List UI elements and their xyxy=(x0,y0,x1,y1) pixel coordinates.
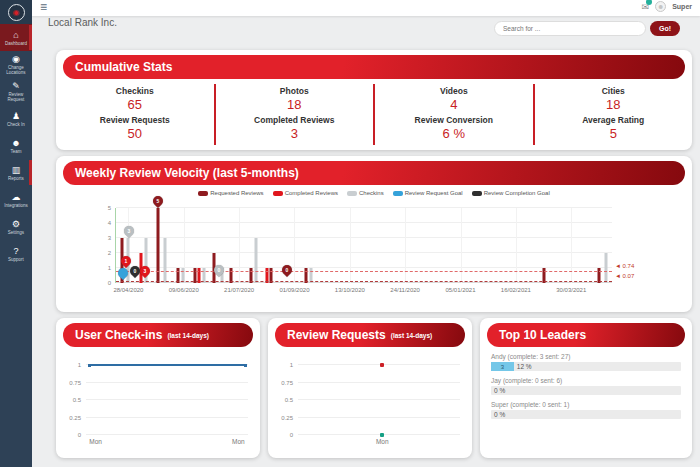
mail-icon[interactable]: ✉ xyxy=(642,2,650,12)
stats-column: Cities18Average Rating5 xyxy=(533,84,693,145)
leader-percent-label: 0 % xyxy=(494,387,505,394)
marker-label: 0 xyxy=(214,265,224,275)
review-requests-chart: 00.250.50.751Mon xyxy=(298,359,460,435)
topbar: ≡ ✉ ☻ Super xyxy=(32,0,700,16)
y-tick-label: 0.75 xyxy=(69,380,81,386)
y-tick-label: 1 xyxy=(108,265,111,271)
sidebar-item-review-request[interactable]: ✎Review Request xyxy=(0,78,32,105)
legend-item-requested-reviews: Requested Reviews xyxy=(198,190,263,196)
gridline xyxy=(86,382,248,383)
marker-pin[interactable]: 0 xyxy=(212,262,226,276)
sidebar-item-label: Check In xyxy=(7,122,25,127)
sidebar-item-check-in[interactable]: ♟Check In xyxy=(0,105,32,132)
sidebar-item-support[interactable]: ?Support xyxy=(0,240,32,267)
stat-checkins: Checkins65 xyxy=(56,86,214,112)
team-icon: ☻ xyxy=(11,138,20,148)
sidebar-item-label: Integrations xyxy=(4,203,28,208)
leader-percent-label: 12 % xyxy=(517,363,532,370)
sidebar-item-label: Change Locations xyxy=(0,65,32,75)
data-line-endpoint xyxy=(244,364,247,367)
menu-icon[interactable]: ≡ xyxy=(40,0,47,15)
x-tick-label: 24/11/2020 xyxy=(390,287,420,293)
leader-name: Jay (complete: 0 sent: 6) xyxy=(491,377,681,384)
data-line xyxy=(89,364,245,366)
y-tick-label: 0.5 xyxy=(285,397,293,403)
app-logo[interactable]: ◉ xyxy=(0,0,32,24)
notification-badge xyxy=(646,0,652,5)
gridline xyxy=(116,207,612,208)
stat-label: Review Requests xyxy=(56,115,214,125)
stat-value: 5 xyxy=(535,126,693,141)
stat-label: Photos xyxy=(216,86,374,96)
goal-line-label: ◄ 0.07 xyxy=(615,273,634,279)
page-title: Local Rank Inc. xyxy=(48,17,117,28)
stat-value: 6 % xyxy=(375,126,533,141)
y-tick-label: 1 xyxy=(290,362,293,368)
location-pin-icon: ◉ xyxy=(12,54,20,64)
legend-swatch xyxy=(273,191,283,196)
search-input[interactable] xyxy=(494,21,646,36)
stat-completed-reviews: Completed Reviews3 xyxy=(216,115,374,141)
stat-photos: Photos18 xyxy=(216,86,374,112)
x-tick-label: 16/02/2021 xyxy=(501,287,531,293)
weekly-chart: 01234528/04/202009/06/202021/07/202001/0… xyxy=(56,200,692,300)
stat-review-conversion: Review Conversion6 % xyxy=(375,115,533,141)
stat-cities: Cities18 xyxy=(535,86,693,112)
active-indicator xyxy=(29,160,32,185)
x-tick-label: 30/03/2021 xyxy=(556,287,586,293)
legend-label: Review Completion Goal xyxy=(484,190,550,196)
stat-videos: Videos4 xyxy=(375,86,533,112)
stats-column: Videos4Review Conversion6 % xyxy=(373,84,533,145)
sidebar-item-label: Support xyxy=(8,257,24,262)
stat-label: Completed Reviews xyxy=(216,115,374,125)
y-tick-label: 5 xyxy=(108,205,111,211)
y-tick-label: 0.5 xyxy=(73,397,81,403)
sidebar-item-change-locations[interactable]: ◉Change Locations xyxy=(0,51,32,78)
stat-value: 18 xyxy=(535,97,693,112)
cloud-icon: ☁ xyxy=(12,192,21,202)
goal-line xyxy=(116,271,612,272)
legend-label: Completed Reviews xyxy=(285,190,338,196)
sidebar-item-reports[interactable]: ▥Reports xyxy=(0,159,32,186)
leader-progress-track: 312 % xyxy=(491,362,681,371)
x-tick-label: 01/09/2020 xyxy=(279,287,309,293)
marker-label xyxy=(118,268,128,278)
gridline xyxy=(116,252,612,253)
leader-row: Jay (complete: 0 sent: 6)0 % xyxy=(491,377,681,395)
search-go-button[interactable]: Go! xyxy=(650,21,680,36)
sidebar-item-team[interactable]: ☻Team xyxy=(0,132,32,159)
gridline xyxy=(116,222,612,223)
x-tick-label: 13/10/2020 xyxy=(335,287,365,293)
sidebar-item-integrations[interactable]: ☁Integrations xyxy=(0,186,32,213)
gridline xyxy=(298,382,460,383)
stat-value: 65 xyxy=(56,97,214,112)
gridline xyxy=(298,399,460,400)
marker-pin[interactable]: 0 xyxy=(280,262,294,276)
sidebar-item-dashboard[interactable]: ⌂Dashboard xyxy=(0,24,32,51)
user-name[interactable]: Super xyxy=(672,3,692,10)
cumulative-stats-header: Cumulative Stats xyxy=(63,55,685,79)
y-tick-label: 0 xyxy=(108,280,111,286)
legend-label: Checkins xyxy=(359,190,384,196)
data-point xyxy=(380,433,384,437)
sidebar-item-label: Settings xyxy=(8,230,24,235)
legend-item-review-completion-goal: Review Completion Goal xyxy=(472,190,550,196)
y-tick-label: 1 xyxy=(78,362,81,368)
marker-label: 0 xyxy=(130,266,140,276)
stat-average-rating: Average Rating5 xyxy=(535,115,693,141)
legend-label: Review Request Goal xyxy=(405,190,463,196)
sidebar: ◉ ⌂Dashboard◉Change Locations✎Review Req… xyxy=(0,0,32,467)
data-point xyxy=(380,363,384,367)
x-tick-label: 28/04/2020 xyxy=(113,287,143,293)
home-icon: ⌂ xyxy=(13,30,18,40)
y-tick-label: 0.25 xyxy=(69,415,81,421)
logo-pin-icon: ◉ xyxy=(8,4,25,21)
gridline xyxy=(86,399,248,400)
legend-swatch xyxy=(472,191,482,196)
gridline xyxy=(298,417,460,418)
x-tick-label: 21/07/2020 xyxy=(224,287,254,293)
person-pin-icon: ♟ xyxy=(12,111,20,121)
sidebar-item-settings[interactable]: ⚙Settings xyxy=(0,213,32,240)
avatar[interactable]: ☻ xyxy=(655,1,666,12)
weekly-review-velocity-card: Weekly Review Velocity (last 5-months) R… xyxy=(56,156,692,312)
